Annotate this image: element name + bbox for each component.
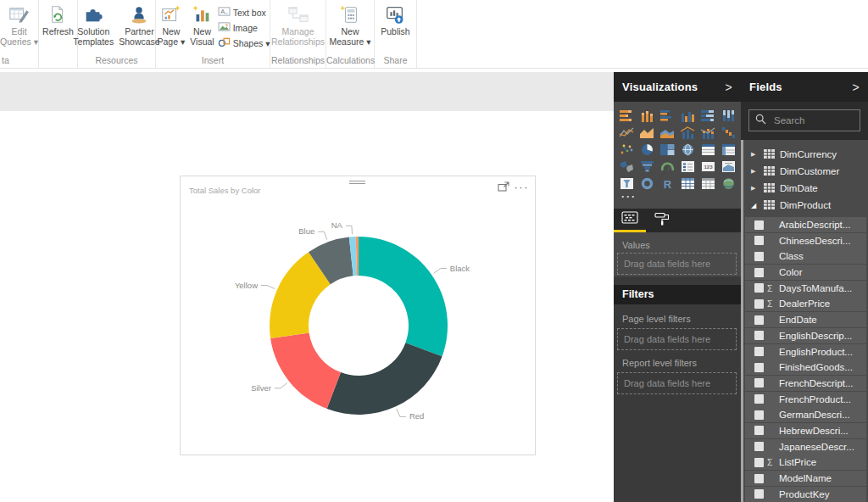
field-checkbox[interactable] xyxy=(754,347,764,356)
fields-table-row-dimproduct[interactable]: ◢DimProduct xyxy=(744,197,868,214)
donut-slice-red[interactable] xyxy=(327,343,442,415)
more-visuals-ellipsis[interactable]: ··· xyxy=(621,191,637,203)
field-checkbox[interactable] xyxy=(754,426,764,435)
filled-map-icon[interactable] xyxy=(616,158,637,175)
stacked-area-chart-icon[interactable] xyxy=(657,124,677,141)
fields-table-row-dimdate[interactable]: ▶DimDate xyxy=(744,180,868,197)
field-checkbox[interactable] xyxy=(754,489,764,499)
hundred-stacked-column-chart-icon[interactable] xyxy=(718,107,738,124)
pie-chart-icon[interactable] xyxy=(637,141,657,158)
collapse-visualizations-panel-icon[interactable]: > xyxy=(726,81,732,94)
field-row-color[interactable]: Color xyxy=(745,265,866,280)
field-row-listprice[interactable]: ΣListPrice xyxy=(745,455,866,470)
line-stacked-column-chart-icon[interactable] xyxy=(698,124,718,141)
field-row-arabicdescript[interactable]: ArabicDescript... xyxy=(745,217,866,232)
field-row-englishproduct[interactable]: EnglishProduct... xyxy=(745,344,866,360)
field-row-hebrewdescri[interactable]: HebrewDescri... xyxy=(745,423,866,438)
line-chart-icon[interactable] xyxy=(616,124,637,141)
field-checkbox[interactable] xyxy=(754,363,764,372)
field-checkbox[interactable] xyxy=(754,220,764,230)
publish-button[interactable]: Publish xyxy=(379,3,411,37)
grid-icon[interactable] xyxy=(677,175,698,192)
collapse-fields-panel-icon[interactable]: > xyxy=(853,81,860,94)
matrix-icon[interactable] xyxy=(718,141,738,158)
field-checkbox[interactable] xyxy=(754,394,764,404)
shapes-button[interactable]: Shapes ▾ xyxy=(218,36,270,49)
r-script-visual-icon[interactable]: R xyxy=(657,175,677,192)
field-row-modelname[interactable]: ModelName xyxy=(745,471,866,486)
field-row-englishdescrip[interactable]: EnglishDescrip... xyxy=(745,328,866,343)
field-row-germandescri[interactable]: GermanDescri... xyxy=(745,407,866,422)
field-row-frenchproduct[interactable]: FrenchProduct... xyxy=(745,392,866,407)
report-level-filters-drop-zone[interactable]: Drag data fields here xyxy=(617,372,737,394)
expand-arrow-icon[interactable]: ▶ xyxy=(751,151,759,158)
new-page-button[interactable]: NewPage ▾ xyxy=(156,3,187,47)
area-chart-icon[interactable] xyxy=(637,124,657,141)
fields-table-row-dimcurrency[interactable]: ▶DimCurrency xyxy=(744,146,868,163)
hundred-stacked-bar-chart-icon[interactable] xyxy=(698,107,718,124)
collapse-arrow-icon[interactable]: ◢ xyxy=(751,202,759,209)
field-checkbox[interactable] xyxy=(754,442,764,451)
tab-fields[interactable] xyxy=(614,209,646,232)
tab-format[interactable] xyxy=(646,209,678,232)
field-checkbox[interactable] xyxy=(754,458,764,467)
solution-templates-button[interactable]: SolutionTemplates xyxy=(71,3,115,47)
field-row-daystomanufa[interactable]: ΣDaysToManufa... xyxy=(745,281,866,296)
slicer-icon[interactable] xyxy=(616,175,637,192)
clustered-column-chart-icon[interactable] xyxy=(677,107,698,124)
donut-chart-visual[interactable]: ··· Total Sales by Color BlackRedSilverY… xyxy=(180,176,536,455)
arcgis-map-icon[interactable] xyxy=(718,175,738,192)
search-input[interactable] xyxy=(772,114,854,126)
fields-table-row-dimcustomer[interactable]: ▶DimCustomer xyxy=(744,163,868,180)
line-clustered-column-chart-icon[interactable] xyxy=(677,124,698,141)
expand-arrow-icon[interactable]: ▶ xyxy=(751,168,759,175)
map-icon[interactable] xyxy=(677,141,698,158)
donut-slice-black[interactable] xyxy=(359,237,448,356)
field-checkbox[interactable] xyxy=(754,315,764,325)
fields-scrollbar[interactable] xyxy=(741,140,743,502)
field-checkbox[interactable] xyxy=(754,410,764,420)
multi-row-card-icon[interactable] xyxy=(677,158,698,175)
new-measure-button[interactable]: NewMeasure ▾ xyxy=(327,3,372,47)
field-row-finishedgoods[interactable]: FinishedGoods... xyxy=(745,360,866,375)
gauge-icon[interactable] xyxy=(657,158,677,175)
table-icon[interactable] xyxy=(698,141,718,158)
page-level-filters-drop-zone[interactable]: Drag data fields here xyxy=(617,328,737,350)
field-row-enddate[interactable]: EndDate xyxy=(745,312,866,327)
field-checkbox[interactable] xyxy=(754,268,764,277)
stacked-column-chart-icon[interactable] xyxy=(637,107,657,124)
matrix-preview-icon[interactable] xyxy=(698,175,718,192)
card-icon[interactable]: 123 xyxy=(698,158,718,175)
scatter-chart-icon[interactable] xyxy=(616,141,637,158)
expand-arrow-icon[interactable]: ▶ xyxy=(751,185,759,192)
field-checkbox[interactable] xyxy=(754,236,764,245)
waterfall-chart-icon[interactable] xyxy=(718,124,738,141)
field-checkbox[interactable] xyxy=(754,474,764,483)
new-visual-button[interactable]: NewVisual xyxy=(188,3,215,47)
donut-chart-icon[interactable] xyxy=(637,175,657,192)
edit-queries-button[interactable]: EditQueries ▾ xyxy=(0,3,40,47)
values-drop-zone[interactable]: Drag data fields here xyxy=(617,253,737,275)
stacked-bar-chart-icon[interactable] xyxy=(616,107,637,124)
refresh-button[interactable]: Refresh xyxy=(41,3,75,37)
field-checkbox[interactable] xyxy=(754,252,764,261)
field-checkbox[interactable] xyxy=(754,331,764,340)
treemap-icon[interactable] xyxy=(657,141,677,158)
clustered-bar-chart-icon[interactable] xyxy=(657,107,677,124)
search-box[interactable] xyxy=(748,109,860,131)
funnel-icon[interactable] xyxy=(637,158,657,175)
image-button[interactable]: Image xyxy=(218,21,270,34)
field-name: GermanDescri... xyxy=(779,410,850,420)
field-checkbox[interactable] xyxy=(754,378,764,388)
field-row-class[interactable]: Class xyxy=(745,248,866,264)
field-checkbox[interactable] xyxy=(754,299,764,309)
donut-slice-silver[interactable] xyxy=(270,333,341,410)
field-row-dealerprice[interactable]: ΣDealerPrice xyxy=(745,296,866,311)
field-row-frenchdescript[interactable]: FrenchDescript... xyxy=(745,376,866,391)
field-row-japanesedescr[interactable]: JapaneseDescr... xyxy=(745,439,866,455)
kpi-icon[interactable] xyxy=(718,158,738,175)
text-box-button[interactable]: AText box xyxy=(218,6,270,19)
field-row-productkey[interactable]: ProductKey xyxy=(745,487,866,502)
field-row-chinesedescri[interactable]: ChineseDescri... xyxy=(745,233,866,248)
field-checkbox[interactable] xyxy=(754,283,764,293)
